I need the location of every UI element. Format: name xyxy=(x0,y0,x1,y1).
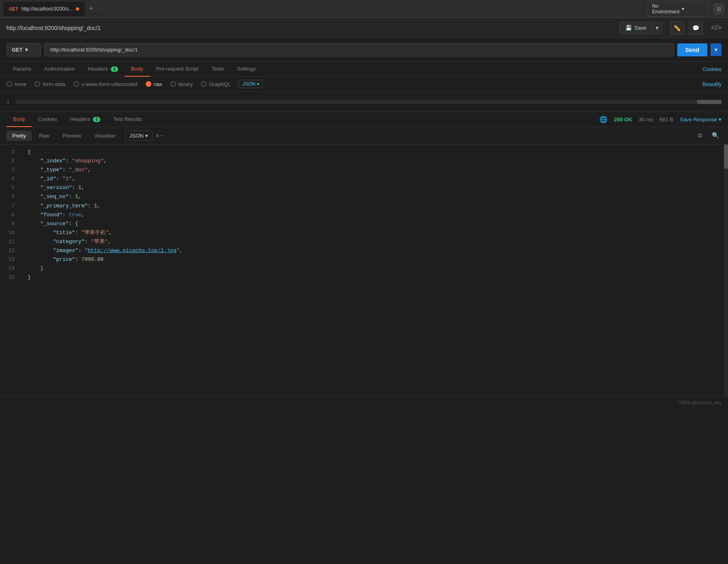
raw-view-button[interactable]: Raw xyxy=(33,131,55,141)
json-line-4: "_id": "1", xyxy=(28,174,722,183)
request-body-editor[interactable]: 1 xyxy=(0,92,728,112)
images-link[interactable]: http://www.picacho.top/1.jpg xyxy=(88,248,176,254)
response-cookies-tab[interactable]: Cookies xyxy=(32,112,64,127)
format-dropdown[interactable]: JSON ▾ xyxy=(239,80,263,88)
send-dropdown-arrow[interactable]: ▾ xyxy=(711,43,722,56)
headers-count-badge: 6 xyxy=(111,67,118,72)
json-line-15: } xyxy=(28,273,722,282)
comment-icon-button[interactable]: 💬 xyxy=(689,21,703,35)
status-code: 200 OK xyxy=(614,116,632,123)
pre-request-tab[interactable]: Pre-request Script xyxy=(150,62,205,77)
response-body-tab[interactable]: Body xyxy=(6,112,32,127)
unsaved-indicator xyxy=(76,7,79,11)
save-response-button[interactable]: Save Response ▾ xyxy=(680,116,722,123)
url-encoded-radio[interactable] xyxy=(73,81,79,87)
edit-icon-button[interactable]: ✏️ xyxy=(670,21,684,35)
body-tab[interactable]: Body xyxy=(125,62,150,77)
json-line-6: "_seq_no": 1, xyxy=(28,192,722,201)
line-numbers: 1 2 3 4 5 6 7 8 9 10 11 12 13 14 15 xyxy=(0,148,21,393)
json-line-2: "_index": "shopping", xyxy=(28,157,722,166)
settings-tab[interactable]: Settings xyxy=(230,62,263,77)
request-tab-nav: Params Authorization Headers 6 Body Pre-… xyxy=(0,62,728,77)
json-line-10: "title": "苹果手机", xyxy=(28,228,722,237)
active-tab[interactable]: GET http://localhost:9200/s... xyxy=(3,2,85,16)
line-num-7: 7 xyxy=(6,202,15,211)
tab-url: http://localhost:9200/s... xyxy=(22,6,73,12)
authorization-tab[interactable]: Authorization xyxy=(38,62,82,77)
json-line-13: "price": 7999.00 xyxy=(28,255,722,264)
json-line-7: "_primary_term": 1, xyxy=(28,202,722,211)
binary-option[interactable]: binary xyxy=(170,81,193,87)
save-dropdown-arrow[interactable]: ▾ xyxy=(653,22,662,34)
graphql-option[interactable]: GraphQL xyxy=(201,81,230,87)
vertical-scrollbar-thumb[interactable] xyxy=(724,144,728,169)
chevron-down-icon: ▾ xyxy=(257,81,259,87)
form-data-option[interactable]: form-data xyxy=(34,81,65,87)
search-icon-button[interactable]: 🔍 xyxy=(709,129,722,142)
json-response-view: 1 2 3 4 5 6 7 8 9 10 11 12 13 14 15 { "_… xyxy=(0,144,728,396)
json-line-1: { xyxy=(28,148,722,157)
url-input[interactable] xyxy=(44,43,674,56)
json-line-5: "_version": 1, xyxy=(28,183,722,192)
request-title: http://localhost:9200/shopping/_doc/1 xyxy=(6,25,614,31)
line-num-12: 12 xyxy=(6,246,15,255)
json-code-content[interactable]: { "_index": "shopping", "_type": "_doc",… xyxy=(21,148,728,393)
test-results-tab[interactable]: Test Results xyxy=(107,112,149,127)
url-encoded-label: x-www-form-urlencoded xyxy=(82,81,138,87)
chevron-down-icon: ▾ xyxy=(25,47,28,53)
attribution: CSDN @picacho_pkq xyxy=(678,400,722,405)
line-num-14: 14 xyxy=(6,264,15,273)
raw-radio[interactable] xyxy=(146,81,151,87)
graphql-label: GraphQL xyxy=(209,81,230,87)
json-line-9: "_source": { xyxy=(28,220,722,228)
environment-selector[interactable]: No Environment ▾ xyxy=(648,1,709,17)
url-encoded-option[interactable]: x-www-form-urlencoded xyxy=(73,81,138,87)
request-title-bar: http://localhost:9200/shopping/_doc/1 💾 … xyxy=(0,18,728,38)
chevron-down-icon: ▾ xyxy=(719,116,722,123)
cookies-link[interactable]: Cookies xyxy=(702,66,722,72)
method-dropdown[interactable]: GET ▾ xyxy=(6,43,41,56)
new-tab-button[interactable]: + xyxy=(85,3,97,15)
url-bar: GET ▾ Send ▾ xyxy=(0,38,728,62)
save-label: Save xyxy=(634,25,646,31)
graphql-radio[interactable] xyxy=(201,81,207,87)
raw-label: raw xyxy=(154,81,162,87)
env-settings-icon[interactable]: ⊞ xyxy=(713,3,725,15)
json-line-3: "_type": "_doc", xyxy=(28,166,722,174)
headers-tab[interactable]: Headers 6 xyxy=(82,62,125,77)
save-icon: 💾 xyxy=(625,25,632,31)
params-tab[interactable]: Params xyxy=(6,62,38,77)
response-headers-tab[interactable]: Headers 5 xyxy=(64,112,107,127)
footer: CSDN @picacho_pkq xyxy=(0,396,728,408)
save-button[interactable]: 💾 Save xyxy=(619,22,653,34)
binary-radio[interactable] xyxy=(170,81,176,87)
json-line-8: "found": true, xyxy=(28,211,722,220)
send-button[interactable]: Send xyxy=(677,43,707,56)
raw-option[interactable]: raw xyxy=(146,81,162,87)
tab-method: GET xyxy=(9,6,18,11)
vertical-scrollbar-track[interactable] xyxy=(724,144,728,396)
code-icon-button[interactable]: </> xyxy=(711,24,722,32)
copy-icon-button[interactable]: ⧉ xyxy=(694,129,706,142)
pretty-view-button[interactable]: Pretty xyxy=(6,131,32,141)
more-tabs-button[interactable]: ··· xyxy=(97,3,109,15)
format-label: JSON xyxy=(242,81,255,87)
body-options-bar: none form-data x-www-form-urlencoded raw… xyxy=(0,77,728,92)
tests-tab[interactable]: Tests xyxy=(205,62,230,77)
binary-label: binary xyxy=(179,81,193,87)
wrap-icon[interactable]: ≡→ xyxy=(154,129,166,142)
line-num-6: 6 xyxy=(6,192,15,201)
response-size: 661 B xyxy=(659,116,673,123)
visualize-view-button[interactable]: Visualize xyxy=(88,131,121,141)
response-format-dropdown[interactable]: JSON ▾ xyxy=(125,131,153,141)
none-radio[interactable] xyxy=(6,81,12,87)
view-mode-bar: Pretty Raw Preview Visualize JSON ▾ ≡→ ⧉… xyxy=(0,127,728,144)
beautify-button[interactable]: Beautify xyxy=(702,81,722,87)
response-format-label: JSON xyxy=(129,133,144,139)
preview-view-button[interactable]: Preview xyxy=(57,131,87,141)
form-data-radio[interactable] xyxy=(34,81,40,87)
tab-bar-right: No Environment ▾ ⊞ xyxy=(648,1,725,17)
response-tab-bar: Body Cookies Headers 5 Test Results 🌐 20… xyxy=(0,112,728,127)
none-option[interactable]: none xyxy=(6,81,26,87)
globe-icon: 🌐 xyxy=(599,116,607,123)
